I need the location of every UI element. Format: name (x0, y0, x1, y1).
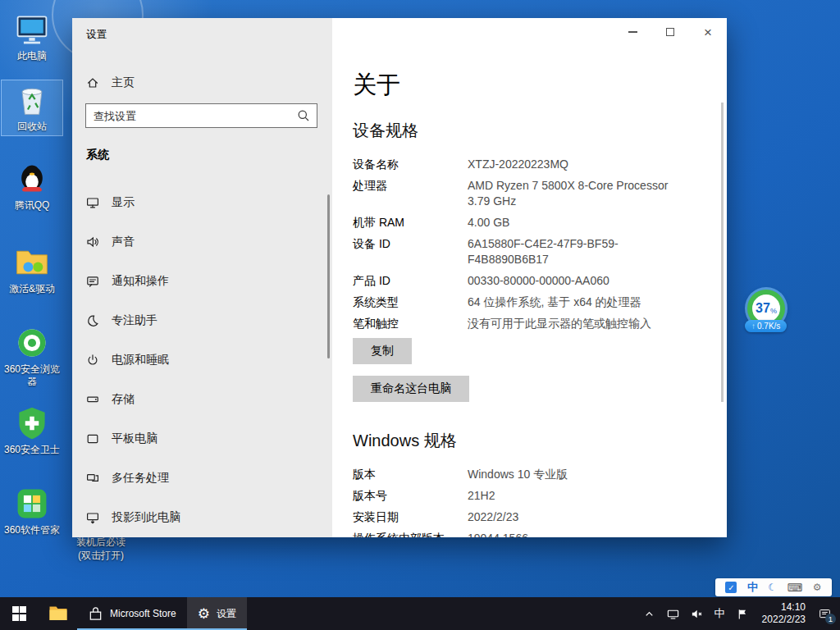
rename-pc-button[interactable]: 重命名这台电脑 (353, 376, 469, 402)
tray-network-button[interactable] (661, 597, 685, 630)
content-scrollbar[interactable] (721, 103, 724, 402)
notifications-icon (86, 275, 99, 288)
spec-value: XTZJ-20220223MQ (468, 157, 568, 172)
spec-label: 版本 (353, 467, 468, 482)
search-icon[interactable] (297, 109, 310, 122)
spec-value: AMD Ryzen 7 5800X 8-Core Processor 3.79 … (468, 178, 682, 209)
copy-button[interactable]: 复制 (353, 338, 412, 364)
microsoft-store-icon (88, 606, 103, 622)
tablet-icon (86, 432, 99, 445)
memory-percent: 37 (756, 301, 770, 316)
ime-language-icon[interactable]: 中 (747, 580, 758, 595)
spec-value: 没有可用于此显示器的笔或触控输入 (468, 316, 651, 331)
sidebar-item-tablet[interactable]: 平板电脑 (72, 419, 332, 459)
projecting-icon (86, 511, 99, 524)
settings-content: 关于 设备规格 设备名称 XTZJ-20220223MQ 处理器 AMD Ryz… (332, 18, 727, 537)
sidebar-item-label: 显示 (112, 195, 135, 210)
settings-search-box (85, 103, 317, 128)
360-shield-icon (14, 405, 50, 441)
device-spec-title: 设备规格 (353, 120, 694, 142)
desktop-icon-360-software-manager[interactable]: 360软件管家 (2, 484, 62, 539)
tray-show-hidden-icons[interactable] (637, 597, 661, 630)
close-icon: × (704, 25, 712, 39)
minimize-icon (628, 31, 637, 33)
display-icon (86, 196, 99, 209)
spec-value: 00330-80000-00000-AA060 (468, 273, 609, 289)
sidebar-item-projecting[interactable]: 投影到此电脑 (72, 498, 332, 537)
spec-value: 19044.1566 (468, 531, 528, 537)
settings-label: 设置 (217, 607, 236, 621)
window-titlebar[interactable] (72, 18, 612, 46)
close-button[interactable]: × (689, 18, 727, 46)
ime-night-mode-icon[interactable]: ☾ (768, 582, 777, 593)
desktop-readme-label[interactable]: 装机后必读(双击打开) (71, 536, 131, 562)
sidebar-item-label: 存储 (112, 392, 135, 407)
tray-defender-button[interactable] (731, 597, 755, 630)
ime-settings-icon[interactable]: ⚙ (813, 582, 822, 593)
tray-volume-button[interactable] (685, 597, 709, 630)
desktop-icon-360-browser[interactable]: 360安全浏览器 (2, 323, 62, 390)
start-button[interactable] (0, 597, 39, 630)
ime-keyboard-icon[interactable]: ⌨ (788, 582, 803, 594)
sidebar-home-item[interactable]: 主页 (86, 71, 250, 95)
sidebar-scrollbar[interactable] (327, 194, 330, 358)
desktop-icon-360-safe-guard[interactable]: 360安全卫士 (2, 404, 62, 459)
sidebar-item-label: 平板电脑 (112, 431, 158, 446)
spec-value: 64 位操作系统, 基于 x64 的处理器 (468, 294, 641, 310)
device-spec-rows: 设备名称 XTZJ-20220223MQ 处理器 AMD Ryzen 7 580… (353, 157, 694, 331)
360-float-ball[interactable]: 37 % ↑0.7K/s (741, 290, 792, 327)
sidebar-item-notifications[interactable]: 通知和操作 (72, 262, 332, 301)
this-pc-icon (14, 11, 50, 48)
network-icon (667, 608, 679, 620)
home-label: 主页 (112, 75, 135, 90)
spec-label: 机带 RAM (353, 215, 468, 231)
sidebar-item-label: 专注助手 (112, 313, 158, 328)
sidebar-item-sound[interactable]: 声音 (72, 222, 332, 262)
sidebar-item-storage[interactable]: 存储 (72, 380, 332, 419)
sidebar-item-power-sleep[interactable]: 电源和睡眠 (72, 340, 332, 380)
desktop-icon-recycle-bin[interactable]: 回收站 (2, 80, 62, 135)
spec-row-os-build: 操作系统内部版本 19044.1566 (353, 531, 694, 537)
windows-spec-title: Windows 规格 (353, 430, 694, 452)
sidebar-item-display[interactable]: 显示 (72, 183, 332, 222)
360-browser-icon (14, 325, 50, 361)
sidebar-item-label: 电源和睡眠 (112, 353, 169, 368)
sidebar-item-multitasking[interactable]: 多任务处理 (72, 459, 332, 498)
sidebar-section-title: 系统 (86, 148, 109, 162)
maximize-button[interactable] (651, 18, 689, 46)
taskbar-app-microsoft-store[interactable]: Microsoft Store (77, 597, 187, 630)
home-icon (86, 76, 99, 89)
tray-clock[interactable]: 14:10 2022/2/23 (755, 597, 813, 630)
spec-row-product-id: 产品 ID 00330-80000-00000-AA060 (353, 273, 694, 289)
system-tray: 中 14:10 2022/2/23 1 (637, 597, 840, 630)
settings-sidebar: 设置 主页 系统 显示 (72, 18, 332, 537)
desktop-icon-this-pc[interactable]: 此电脑 (2, 10, 62, 65)
tray-input-method[interactable]: 中 (709, 597, 731, 630)
desktop-icon-label: 回收站 (2, 121, 62, 133)
multitasking-icon (86, 472, 99, 485)
windows-spec-rows: 版本 Windows 10 专业版 版本号 21H2 安装日期 2022/2/2… (353, 467, 694, 537)
spec-row-processor: 处理器 AMD Ryzen 7 5800X 8-Core Processor 3… (353, 178, 694, 209)
desktop-icon-label: 360安全卫士 (2, 444, 62, 456)
desktop: 此电脑 回收站 腾讯QQ 激活&驱动 360安全浏览器 360安全卫士 (0, 0, 840, 630)
ime-status-icon[interactable]: ✓ (725, 582, 737, 593)
spec-label: 系统类型 (353, 294, 468, 310)
sidebar-item-focus-assist[interactable]: 专注助手 (72, 301, 332, 340)
spec-row-device-name: 设备名称 XTZJ-20220223MQ (353, 157, 694, 172)
desktop-icon-tencent-qq[interactable]: 腾讯QQ (2, 159, 62, 214)
desktop-icon-label: 360安全浏览器 (2, 363, 62, 388)
action-center-button[interactable]: 1 (813, 597, 837, 630)
sidebar-item-label: 通知和操作 (112, 274, 169, 289)
percent-sign: % (770, 307, 777, 315)
search-input[interactable] (85, 103, 317, 128)
network-speed: 0.7K/s (757, 322, 780, 331)
file-explorer-button[interactable] (39, 597, 77, 630)
taskbar-app-settings[interactable]: ⚙ 设置 (187, 597, 247, 630)
tray-date: 2022/2/23 (762, 614, 806, 626)
desktop-icon-label: 360软件管家 (2, 524, 62, 536)
file-explorer-icon (48, 605, 68, 623)
spec-row-pen-touch: 笔和触控 没有可用于此显示器的笔或触控输入 (353, 316, 694, 331)
minimize-button[interactable] (614, 18, 651, 46)
desktop-icon-activation-drivers[interactable]: 激活&驱动 (2, 243, 62, 298)
taskbar: Microsoft Store ⚙ 设置 中 14:10 2022/2/23 (0, 597, 840, 630)
